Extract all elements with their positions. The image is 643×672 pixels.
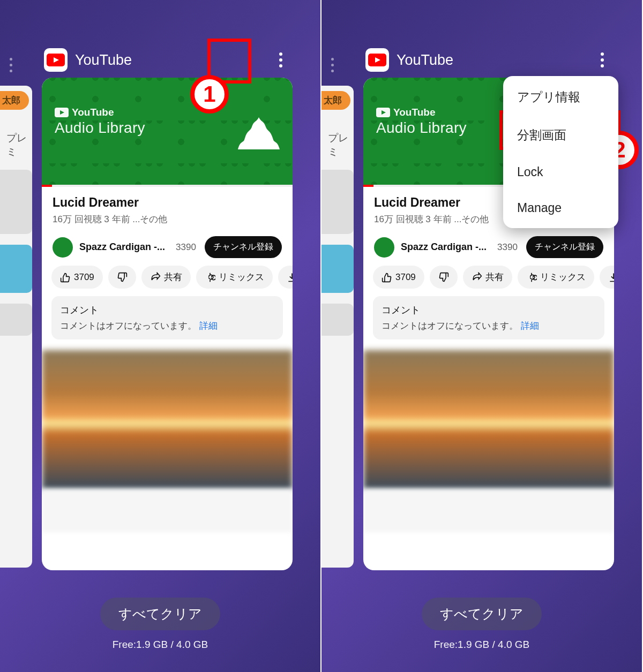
share-icon <box>472 272 482 283</box>
download-button[interactable]: オ <box>600 266 614 289</box>
more-icon <box>279 52 282 67</box>
share-label: 共有 <box>485 271 504 283</box>
more-icon <box>601 52 604 67</box>
download-button[interactable]: オ <box>278 266 293 289</box>
background-slice <box>0 304 32 336</box>
download-icon <box>608 272 614 283</box>
thumbs-up-icon <box>382 272 392 283</box>
subscribe-button[interactable]: チャンネル登録 <box>526 236 603 258</box>
background-badge: 太郎 <box>322 91 350 110</box>
comments-detail-link[interactable]: 詳細 <box>521 321 539 331</box>
share-button[interactable]: 共有 <box>463 266 512 289</box>
app-card-header: YouTube <box>44 47 294 73</box>
channel-avatar[interactable] <box>374 237 394 258</box>
hero-logo-text: YouTube <box>72 107 114 118</box>
background-card-more <box>10 58 12 72</box>
download-icon <box>287 272 293 283</box>
remix-label: リミックス <box>540 271 586 283</box>
next-video-row[interactable] <box>42 489 293 532</box>
remix-label: リミックス <box>219 271 264 283</box>
audio-wave-icon <box>238 116 280 149</box>
next-video-thumbnail[interactable] <box>42 350 293 489</box>
background-app-card[interactable]: 太郎 プレミ <box>0 86 32 568</box>
menu-item-app-info[interactable]: アプリ情報 <box>503 78 618 116</box>
dislike-button[interactable] <box>108 266 136 289</box>
dislike-button[interactable] <box>430 266 458 289</box>
background-slice <box>322 170 354 234</box>
app-card-header: YouTube <box>365 47 615 73</box>
background-slice <box>322 245 354 293</box>
share-label: 共有 <box>164 271 182 283</box>
background-card-more <box>331 58 334 72</box>
next-video-thumbnail[interactable] <box>363 350 614 489</box>
menu-item-lock[interactable]: Lock <box>503 154 618 190</box>
thumbs-down-icon <box>117 272 128 283</box>
remix-button[interactable]: リミックス <box>518 266 594 289</box>
channel-avatar[interactable] <box>53 237 73 258</box>
comments-title: コメント <box>382 304 596 316</box>
channel-name[interactable]: Spazz Cardigan -... <box>401 241 487 253</box>
screenshot-panel-2: 太郎 プレミ YouTube YouTube Audio Library Luc… <box>322 0 643 672</box>
background-slice <box>0 245 32 293</box>
subscribe-button[interactable]: チャンネル登録 <box>205 236 282 258</box>
like-button[interactable]: 3709 <box>51 266 103 289</box>
video-meta[interactable]: 16万 回視聴 3 年前 ...その他 <box>53 213 282 225</box>
like-count: 3709 <box>74 272 94 283</box>
like-button[interactable]: 3709 <box>373 266 424 289</box>
video-hero: YouTube Audio Library <box>42 78 293 185</box>
share-button[interactable]: 共有 <box>141 266 191 289</box>
channel-subscribers: 3390 <box>497 242 518 253</box>
comments-box[interactable]: コメント コメントはオフになっています。 詳細 <box>373 296 604 339</box>
hero-logo-text: YouTube <box>393 107 435 118</box>
share-icon <box>150 272 161 283</box>
screenshot-panel-1: 太郎 プレミ YouTube YouTube Audio Library <box>0 0 322 672</box>
remix-icon <box>205 272 215 283</box>
clear-all-button[interactable]: すべてクリア <box>100 598 220 630</box>
app-title: YouTube <box>397 52 582 69</box>
background-badge: 太郎 <box>0 91 29 110</box>
memory-status: Free:1.9 GB / 4.0 GB <box>113 639 208 651</box>
menu-item-manage[interactable]: Manage <box>503 190 618 226</box>
background-slice <box>0 170 32 234</box>
remix-button[interactable]: リミックス <box>196 266 273 289</box>
background-text: プレミ <box>322 115 354 159</box>
more-options-button[interactable] <box>589 47 615 73</box>
more-options-button[interactable] <box>268 47 294 73</box>
background-slice <box>322 304 354 336</box>
channel-subscribers: 3390 <box>176 242 196 253</box>
remix-icon <box>526 272 537 283</box>
thumbs-down-icon <box>438 272 449 283</box>
channel-name[interactable]: Spazz Cardigan -... <box>79 241 165 253</box>
youtube-app-icon <box>365 48 389 72</box>
app-card-youtube[interactable]: YouTube Audio Library Lucid Dreamer 16万 … <box>42 78 293 570</box>
clear-all-button[interactable]: すべてクリア <box>422 598 542 630</box>
comments-box[interactable]: コメント コメントはオフになっています。 詳細 <box>51 296 283 339</box>
comments-detail-link[interactable]: 詳細 <box>199 321 218 331</box>
comments-body: コメントはオフになっています。 詳細 <box>60 320 274 332</box>
app-title: YouTube <box>75 52 260 69</box>
youtube-app-icon <box>44 48 68 72</box>
background-text: プレミ <box>0 115 32 159</box>
comments-body: コメントはオフになっています。 詳細 <box>382 320 596 332</box>
video-title: Lucid Dreamer <box>53 195 282 210</box>
thumbs-up-icon <box>60 272 71 283</box>
comments-title: コメント <box>60 304 274 316</box>
menu-item-split-screen[interactable]: 分割画面 <box>503 116 618 154</box>
next-video-row[interactable] <box>363 489 614 532</box>
like-count: 3709 <box>395 272 416 283</box>
memory-status: Free:1.9 GB / 4.0 GB <box>434 639 529 651</box>
card-options-menu: アプリ情報 分割画面 Lock Manage <box>503 76 618 228</box>
background-app-card[interactable]: 太郎 プレミ <box>322 86 354 568</box>
